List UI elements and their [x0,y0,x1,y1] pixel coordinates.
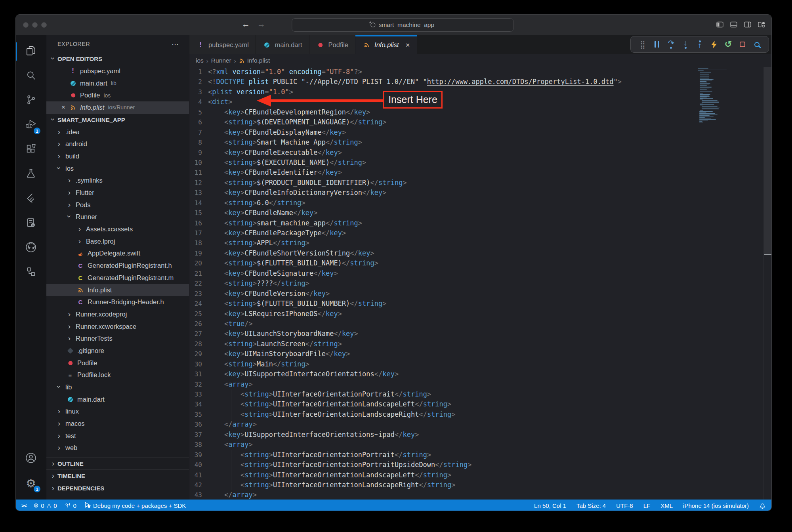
stop-button[interactable] [735,37,750,52]
chevron-right-icon: › [55,140,63,147]
line-number: 9 [189,148,208,158]
tab-Info.plist[interactable]: Info.plist× [355,35,417,54]
drag-handle-icon[interactable]: ⣿ [636,37,650,52]
tree-item-test[interactable]: ›test [46,430,189,442]
section-outline[interactable]: ›OUTLINE [46,457,189,469]
tree-item-GeneratedPluginRegistrant.h[interactable]: CGeneratedPluginRegistrant.h [46,259,189,272]
activity-flutter[interactable] [16,187,46,211]
window-controls[interactable] [23,22,47,28]
debug-config[interactable]: Debug my code + packages + SDK [84,501,186,509]
tree-item-Runner[interactable]: ›Runner [46,211,189,223]
language-mode[interactable]: XML [660,502,673,509]
breadcrumb-item[interactable]: Info.plist [239,57,270,64]
tree-item-build[interactable]: ›build [46,150,189,162]
tab-main.dart[interactable]: main.dart [256,35,309,54]
tree-item-AppDelegate.swift[interactable]: AppDelegate.swift [46,248,189,260]
breadcrumb[interactable]: ios›Runner›Info.plist [189,54,771,67]
encoding[interactable]: UTF-8 [616,502,633,509]
tree-item-.idea[interactable]: ›.idea [46,126,189,138]
activity-references[interactable] [16,260,46,285]
cursor-position[interactable]: Ln 50, Col 1 [534,502,566,509]
code-line-39: 39<string>UIInterfaceOrientationPortrait… [189,450,771,460]
activity-extensions[interactable] [16,137,46,162]
tree-item-Runner.xcworkspace[interactable]: ›Runner.xcworkspace [46,320,189,333]
tree-item-web[interactable]: ›web [46,442,189,454]
forward-icon[interactable]: → [257,19,265,29]
minimap[interactable] [698,68,756,123]
open-editors-header[interactable]: › OPEN EDITORS [46,53,189,65]
pause-button[interactable] [650,37,664,52]
open-editor-Podfile[interactable]: Podfileios [46,89,189,101]
toggle-sidebar-icon[interactable] [716,21,723,28]
project-header[interactable]: › SMART_MACHINE_APP [46,114,189,126]
ports-status[interactable]: 0 [65,502,76,509]
activity-source-control[interactable] [16,88,46,113]
breadcrumb-item[interactable]: Runner [211,57,231,64]
devtools-button[interactable] [750,37,764,52]
tree-item-android[interactable]: ›android [46,138,189,150]
back-icon[interactable]: ← [242,19,250,29]
tab-pubspec.yaml[interactable]: !pubspec.yaml [189,35,256,54]
tree-item-ios[interactable]: ›ios [46,162,189,175]
scrollbar-thumb[interactable] [764,67,771,255]
tree-item-linux[interactable]: ›linux [46,406,189,418]
tree-item-Info.plist[interactable]: Info.plist [46,284,189,296]
tree-item-Assets.xcassets[interactable]: ›Assets.xcassets [46,223,189,235]
close-icon[interactable]: × [406,41,410,49]
close-window-icon[interactable] [23,22,29,28]
tree-item-Flutter[interactable]: ›Flutter [46,187,189,199]
tree-item-GeneratedPluginRegistrant.m[interactable]: CGeneratedPluginRegistrant.m [46,272,189,284]
activity-github[interactable] [16,236,46,260]
problems-status[interactable]: ⊗ 0 △ 0 [34,502,57,509]
hot-reload-button[interactable] [707,37,721,52]
tree-label: AppDelegate.swift [88,250,140,257]
section-timeline[interactable]: ›TIMELINE [46,469,189,482]
open-editor-pubspec.yaml[interactable]: !pubspec.yaml [46,65,189,77]
tree-item-Podfile[interactable]: Podfile [46,357,189,369]
activity-run-debug[interactable]: 1 [16,113,46,137]
more-actions-icon[interactable]: ⋯ [172,40,179,49]
close-icon[interactable]: × [58,103,69,111]
settings-button[interactable]: ⚙ 1 [16,471,46,496]
customize-layout-icon[interactable] [758,21,765,28]
tree-item-main.dart[interactable]: main.dart [46,393,189,406]
restart-button[interactable]: ↺ [721,37,735,52]
maximize-window-icon[interactable] [41,22,47,28]
open-editor-Info.plist[interactable]: ×Info.plistios/Runner [46,101,189,114]
activity-testing[interactable] [16,162,46,187]
tree-item-Runner-Bridging-Header.h[interactable]: CRunner-Bridging-Header.h [46,296,189,308]
activity-project-manager[interactable] [16,211,46,236]
code-editor[interactable]: 1<?xml version="1.0" encoding="UTF-8"?>2… [189,67,771,500]
indentation[interactable]: Tab Size: 4 [576,502,606,509]
breadcrumb-item[interactable]: ios [196,57,204,64]
toggle-secondary-sidebar-icon[interactable] [744,21,751,28]
minimize-window-icon[interactable] [32,22,38,28]
tree-item-Podfile.lock[interactable]: ≡Podfile.lock [46,369,189,381]
tree-item-Pods[interactable]: ›Pods [46,199,189,211]
remote-indicator[interactable]: >< [21,503,26,509]
chevron-right-icon: › [50,484,57,492]
activity-explorer[interactable] [16,39,46,64]
tree-item-lib[interactable]: ›lib [46,381,189,393]
step-over-button[interactable]: ↷ [664,37,678,52]
tab-Podfile[interactable]: Podfile [309,35,355,54]
tree-item-.symlinks[interactable]: ›.symlinks [46,175,189,187]
activity-search[interactable] [16,64,46,88]
tree-item-Base.lproj[interactable]: ›Base.lproj [46,235,189,248]
tree-item-Runner.xcodeproj[interactable]: ›Runner.xcodeproj [46,308,189,320]
device-selector[interactable]: iPhone 14 (ios simulator) [683,502,749,509]
tree-item-.gitignore[interactable]: .gitignore [46,345,189,357]
eol-sequence[interactable]: LF [643,502,651,509]
command-center-search[interactable]: smart_machine_app [292,18,513,32]
open-editor-main.dart[interactable]: main.dartlib [46,77,189,90]
toggle-panel-icon[interactable] [730,21,737,28]
tree-item-macos[interactable]: ›macos [46,418,189,430]
step-out-button[interactable]: ↑ [693,37,707,52]
account-button[interactable] [16,446,46,471]
section-dependencies[interactable]: ›DEPENDENCIES [46,482,189,494]
tree-item-RunnerTests[interactable]: ›RunnerTests [46,332,189,345]
notifications-bell[interactable] [759,502,766,509]
code-line-19: 19<key>CFBundleShortVersionString</key> [189,248,771,258]
scrollbar[interactable] [763,67,771,500]
step-into-button[interactable]: ↓ [678,37,693,52]
